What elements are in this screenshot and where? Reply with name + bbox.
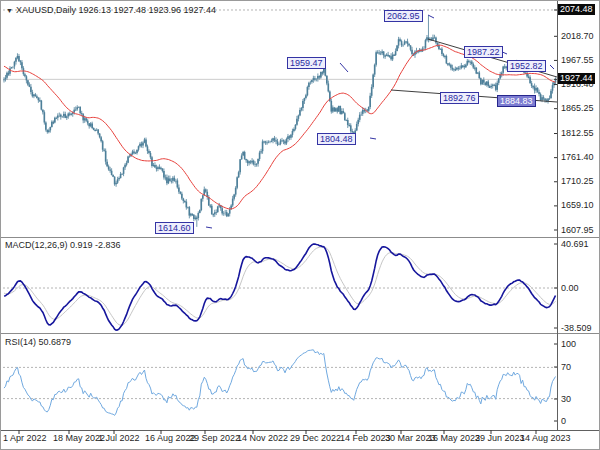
macd-axis-label: 40.691 <box>561 239 589 250</box>
macd-indicator-label: MACD(12,26,9) 0.919 -2.836 <box>5 240 121 250</box>
price-callout[interactable]: 1952.82 <box>507 60 546 72</box>
date-label: 16 May 2023 <box>428 433 480 443</box>
date-label: 14 Aug 2023 <box>520 433 571 443</box>
date-label: 29 Sep 2022 <box>189 433 240 443</box>
rsi-axis-label: 0 <box>561 416 566 427</box>
callout-connector <box>370 138 376 139</box>
callout-connector <box>550 65 554 69</box>
price-callout[interactable]: 1987.22 <box>464 46 503 58</box>
callout-connector <box>206 227 212 228</box>
macd-signal-line <box>4 247 556 325</box>
rsi-axis-label: 70 <box>561 362 571 373</box>
date-label: 16 Aug 2022 <box>145 433 196 443</box>
rsi-line <box>4 350 556 416</box>
rsi-axis-label: 30 <box>561 394 571 405</box>
date-label: 1 Jul 2022 <box>98 433 140 443</box>
price-callout[interactable]: 1614.60 <box>155 222 194 234</box>
current-price-tag: 1927.44 <box>558 73 595 84</box>
price-callout[interactable]: 1804.48 <box>317 133 356 145</box>
price-axis-label: 1607.95 <box>561 225 594 236</box>
price-callout[interactable]: 1892.76 <box>440 92 479 104</box>
macd-axis-label: -38.509 <box>561 323 592 334</box>
chart-title-bar: ▼XAUUSD,Daily 1926.13 1927.48 1923.96 19… <box>6 5 216 15</box>
chart-window: ▼XAUUSD,Daily 1926.13 1927.48 1923.96 19… <box>0 0 600 450</box>
price-axis-label: 1761.40 <box>561 152 594 163</box>
moving-average-line <box>4 45 556 209</box>
date-label: 29 Jun 2023 <box>475 433 525 443</box>
date-label: 14 Feb 2023 <box>340 433 391 443</box>
price-callout[interactable]: 1884.83 <box>497 95 536 107</box>
price-callout[interactable]: 2062.95 <box>384 10 423 22</box>
date-label: 14 Nov 2022 <box>237 433 288 443</box>
chart-title: XAUUSD,Daily 1926.13 1927.48 1923.96 192… <box>16 5 216 15</box>
price-axis-label: 1967.55 <box>561 55 594 66</box>
callout-connector <box>340 63 348 72</box>
price-axis-label: 1659.10 <box>561 200 594 211</box>
price-axis-label: 2018.70 <box>561 31 594 42</box>
date-label: 1 Apr 2022 <box>3 433 47 443</box>
high-price-tag: 2074.48 <box>558 4 595 15</box>
macd-main-line <box>4 244 556 330</box>
rsi-axis-label: 100 <box>561 339 576 350</box>
price-axis-label: 1710.25 <box>561 176 594 187</box>
rsi-indicator-label: RSI(14) 50.6879 <box>5 337 71 347</box>
collapse-arrow-icon[interactable]: ▼ <box>6 7 13 14</box>
price-callout[interactable]: 1959.47 <box>287 57 326 69</box>
price-axis-label: 1865.25 <box>561 103 594 114</box>
price-axis-label: 1812.55 <box>561 128 594 139</box>
date-label: 29 Dec 2022 <box>290 433 341 443</box>
callout-connector <box>428 15 434 18</box>
macd-axis-label: 0.00 <box>561 283 579 294</box>
